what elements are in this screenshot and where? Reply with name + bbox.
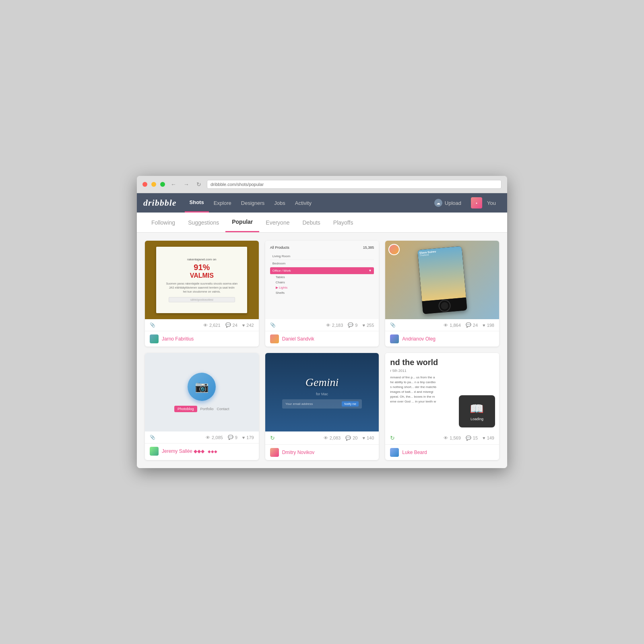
upload-icon: ☁ [434, 199, 442, 207]
likes-stat: ♥ 255 [362, 323, 374, 328]
likes-count: 255 [367, 323, 374, 328]
views-count: 1,569 [450, 436, 461, 440]
views-count: 2,085 [212, 435, 223, 440]
comments-stat: 💬 9 [348, 322, 357, 328]
products-label: All Products [270, 246, 289, 250]
reload-arrow[interactable]: ↻ [195, 180, 203, 188]
author-name[interactable]: Daniel Sandvik [282, 336, 314, 342]
nav-jobs[interactable]: Jobs [269, 193, 290, 213]
minimize-btn[interactable] [151, 182, 156, 187]
nav-explore[interactable]: Explore [209, 193, 236, 213]
shot-stats: 📎 👁 1,864 💬 24 ♥ 198 [385, 319, 499, 331]
loading-overlay: 📖 Loading [459, 395, 495, 427]
email-placeholder: Your email address [285, 402, 313, 406]
subnav-everyone[interactable]: Everyone [259, 213, 296, 232]
views-stat: 👁 2,621 [203, 323, 221, 328]
comments-stat: 💬 24 [225, 322, 237, 328]
shot5-title: Gemini [305, 376, 339, 389]
author-avatar [150, 334, 159, 343]
browser-chrome: ← → ↻ dribbble.com/shots/popular [137, 176, 507, 193]
shot1-percent: 91% [194, 263, 210, 272]
heart-icon: ♥ [362, 323, 365, 328]
close-btn[interactable] [142, 182, 147, 187]
reblog-icon: ↻ [270, 435, 275, 441]
shot-image[interactable]: rakentajanet.com on 91% VALMIS Suomen pa… [145, 241, 259, 319]
author-name[interactable]: Andrianov Oleg [402, 336, 436, 342]
likes-count: 242 [246, 323, 254, 328]
author-name[interactable]: Luke Beard [402, 450, 427, 455]
likes-stat: ♥ 149 [483, 436, 494, 440]
sub-nav: Following Suggestions Popular Everyone D… [137, 213, 507, 233]
author-name[interactable]: Jarno Fabritius [162, 336, 194, 342]
nav-activity[interactable]: Activity [290, 193, 316, 213]
forward-arrow[interactable]: → [182, 180, 191, 188]
address-bar[interactable]: dribbble.com/shots/popular [207, 180, 502, 189]
likes-stat: ♥ 242 [242, 323, 254, 328]
attachment-icon: 📎 [270, 322, 276, 328]
shot-image[interactable]: Slava Suirev Thailand [385, 241, 499, 319]
author-avatar [390, 448, 399, 457]
author-name[interactable]: Jeremy Sallée ◆◆◆ [162, 448, 204, 454]
shot-card: rakentajanet.com on 91% VALMIS Suomen pa… [145, 241, 259, 347]
views-count: 2,183 [332, 323, 343, 328]
author-name[interactable]: Dmitry Novikov [282, 450, 315, 455]
you-button[interactable]: ▪ You [466, 197, 501, 208]
subnav-popular[interactable]: Popular [225, 213, 259, 232]
upload-button[interactable]: ☁ Upload [429, 199, 466, 207]
comment-icon: 💬 [225, 322, 231, 328]
nav-shots[interactable]: Shots [185, 193, 209, 213]
shot-image[interactable]: Gemini for Mac Your email address Notify… [265, 353, 379, 431]
subnav-debuts[interactable]: Debuts [296, 213, 326, 232]
shot2-sub: Shelfs [270, 290, 374, 295]
heart-icon: ♥ [483, 323, 485, 328]
comments-count: 9 [355, 323, 357, 328]
shot-card: All Products 15,385 Living Room Bedroom … [265, 241, 379, 347]
shot-stats: 📎 👁 2,621 💬 24 ♥ 242 [145, 319, 259, 331]
attachment-icon: 📎 [390, 322, 396, 328]
shot3-avatar [388, 244, 400, 255]
views-stat: 👁 2,085 [206, 435, 223, 440]
eye-icon: 👁 [206, 435, 210, 440]
shot-author: Dmitry Novikov [265, 445, 379, 460]
shot2-active-item: Office / Work ▼ [270, 267, 374, 275]
shot1-valmis: VALMIS [190, 272, 214, 279]
content-area: rakentajanet.com on 91% VALMIS Suomen pa… [137, 233, 507, 468]
subnav-following[interactable]: Following [145, 213, 182, 232]
shot-image[interactable]: 📷 Photoblog Portfolio Contact [145, 353, 259, 431]
notify-button: Notify me [342, 401, 359, 407]
shot-card: nd the world r 5th 2011 mmand of fire p.… [385, 353, 499, 460]
shot2-sub-highlight: ▶ Lights [270, 285, 374, 290]
likes-stat: ♥ 179 [242, 435, 254, 440]
likes-stat: ♥ 140 [362, 436, 374, 440]
upload-label: Upload [445, 200, 461, 206]
shot-image[interactable]: nd the world r 5th 2011 mmand of fire p.… [385, 353, 499, 431]
shot-author: Jeremy Sallée ◆◆◆ ◆◆◆ [145, 444, 259, 459]
shot6-date: r 5th 2011 [390, 369, 494, 373]
shot1-url: rakentajanet.com on [187, 258, 217, 261]
subnav-suggestions[interactable]: Suggestions [182, 213, 225, 232]
comments-stat: 💬 20 [345, 436, 357, 441]
nav-designers[interactable]: Designers [236, 193, 270, 213]
products-count: 15,385 [363, 246, 374, 250]
comments-stat: 💬 24 [466, 322, 478, 328]
eye-icon: 👁 [324, 436, 328, 440]
author-avatar [270, 334, 279, 343]
top-nav: dribbble Shots Explore Designers Jobs Ac… [137, 193, 507, 213]
eye-icon: 👁 [326, 323, 330, 328]
subnav-playoffs[interactable]: Playoffs [327, 213, 360, 232]
loading-label: Loading [471, 417, 483, 421]
likes-count: 140 [367, 436, 374, 440]
comment-icon: 💬 [466, 322, 471, 328]
shot-image[interactable]: All Products 15,385 Living Room Bedroom … [265, 241, 379, 319]
shot4-nav: Photoblog Portfolio Contact [174, 406, 229, 412]
shot2-inner: All Products 15,385 Living Room Bedroom … [270, 246, 374, 295]
views-stat: 👁 1,569 [444, 436, 461, 440]
office-label: Office / Work [272, 269, 291, 272]
comments-count: 15 [473, 436, 478, 440]
shot2-sub: Chairs [270, 280, 374, 285]
comments-count: 9 [235, 435, 237, 440]
shot2-header: All Products 15,385 [270, 246, 374, 250]
maximize-btn[interactable] [160, 182, 165, 187]
shot-stats: ↻ 👁 1,569 💬 15 ♥ 149 [385, 431, 499, 445]
back-arrow[interactable]: ← [169, 180, 178, 188]
